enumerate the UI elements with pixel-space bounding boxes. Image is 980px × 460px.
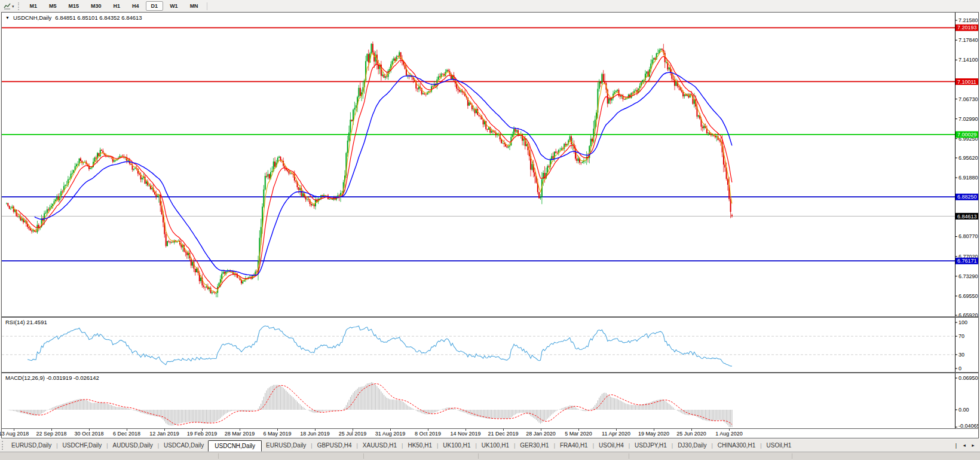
date-label: 25 Jun 2020 (675, 431, 708, 437)
tab-bar-grip[interactable] (2, 441, 4, 450)
macd-pane[interactable]: 0.0695060.00-0.040655 (2, 373, 978, 428)
price-chart[interactable]: 7.215807.178407.141007.067307.029906.992… (2, 13, 978, 316)
tab-usdcad-daily[interactable]: USDCAD,Daily (160, 440, 208, 450)
date-label: 19 Feb 2019 (185, 431, 219, 437)
svg-text:100: 100 (958, 319, 967, 325)
svg-text:7.02990: 7.02990 (958, 116, 978, 122)
tab-usoil-h1[interactable]: USOil,H1 (762, 440, 796, 450)
svg-text:7.00029: 7.00029 (957, 132, 977, 138)
chart-window: 7.215807.178407.141007.067307.029906.992… (1, 12, 979, 438)
macd-indicator-label: MACD(12,26,9) -0.031919 -0.026142 (5, 374, 99, 381)
timeframe-button-m5[interactable]: M5 (44, 1, 62, 11)
date-label: 5 Mar 2020 (562, 431, 595, 437)
timeframe-button-h4[interactable]: H4 (127, 1, 145, 11)
chart-tool-icon (3, 2, 11, 10)
svg-text:6.73290: 6.73290 (958, 273, 978, 279)
chart-tool-button[interactable]: ▾ (2, 1, 16, 11)
tab-gbpusd-h4[interactable]: GBPUSD,H4 (313, 440, 356, 450)
status-separator (363, 453, 364, 459)
tab-fra40-h1[interactable]: FRA40,H1 (556, 440, 592, 450)
timeframe-button-w1[interactable]: W1 (164, 1, 183, 11)
tab-scroll-right-button[interactable]: ► (971, 443, 975, 447)
chart-symbol-label: USDCNH,Daily (13, 14, 51, 21)
date-label: 31 Aug 2019 (373, 431, 407, 437)
chart-ohlc-values: 6.84851 6.85101 6.84352 6.84613 (55, 14, 142, 21)
tab-ger30-h1[interactable]: GER30,H1 (516, 440, 553, 450)
toolbar-separator (207, 2, 207, 10)
tab-eurusd-daily[interactable]: EURUSD,Daily (262, 440, 310, 450)
timeframe-button-h1[interactable]: H1 (108, 1, 126, 11)
svg-text:30: 30 (958, 352, 964, 358)
svg-text:6.69550: 6.69550 (958, 293, 978, 299)
tab-dj30-daily[interactable]: DJ30,Daily (673, 440, 710, 450)
date-label: 28 Mar 2019 (223, 431, 256, 437)
date-label: 14 Nov 2019 (449, 431, 482, 437)
chart-title: ▼ USDCNH,Daily 6.84851 6.85101 6.84352 6… (5, 14, 142, 21)
tab-china300-h1[interactable]: CHINA300,H1 (713, 440, 760, 450)
timeframe-button-mn[interactable]: MN (185, 1, 204, 11)
date-label: 19 May 2020 (637, 431, 670, 437)
svg-text:6.80770: 6.80770 (958, 233, 978, 239)
svg-text:70: 70 (958, 333, 964, 339)
svg-text:7.06730: 7.06730 (958, 96, 978, 102)
date-label: 1 Aug 2020 (712, 431, 746, 437)
svg-text:6.88250: 6.88250 (957, 194, 977, 200)
svg-text:7.14100: 7.14100 (958, 57, 978, 63)
status-separator (218, 453, 219, 459)
tab-hk50-h1[interactable]: HK50,H1 (403, 440, 436, 450)
timeframe-button-m1[interactable]: M1 (24, 1, 43, 11)
status-separator (792, 453, 792, 459)
tab-scroll-left-button[interactable]: ◄ (962, 443, 966, 447)
tab-uk100-h1[interactable]: UK100,H1 (477, 440, 513, 450)
date-label: 30 Oct 2018 (72, 431, 106, 437)
date-label: 8 Oct 2019 (411, 431, 445, 437)
tab-uk100-h1[interactable]: UK100,H1 (439, 440, 474, 450)
date-label: 21 Dec 2019 (486, 431, 520, 437)
date-label: 25 Jul 2019 (336, 431, 369, 437)
svg-text:6.91880: 6.91880 (958, 175, 978, 181)
rsi-indicator-label: RSI(14) 21.4591 (5, 319, 47, 325)
svg-text:0.00: 0.00 (958, 407, 969, 413)
tab-eurusd-daily[interactable]: EURUSD,Daily (7, 440, 56, 450)
date-label: 11 Apr 2020 (599, 431, 633, 437)
svg-text:0.069506: 0.069506 (958, 375, 978, 381)
date-label: 13 Aug 2018 (0, 431, 30, 437)
svg-text:-0.040655: -0.040655 (958, 423, 978, 428)
date-label: 18 Jun 2019 (298, 431, 332, 437)
timeframe-button-m15[interactable]: M15 (63, 1, 85, 11)
tab-audusd-daily[interactable]: AUDUSD,Daily (108, 440, 157, 450)
status-separator (629, 453, 629, 459)
timeframe-buttons: M1M5M15M30H1H4D1W1MN (24, 1, 204, 11)
svg-text:6.76171: 6.76171 (957, 258, 977, 264)
svg-text:0: 0 (958, 365, 961, 371)
collapse-triangle-icon[interactable]: ▼ (5, 16, 10, 20)
tab-usdjpy-h1[interactable]: USDJPY,H1 (630, 440, 671, 450)
svg-text:6.95620: 6.95620 (958, 155, 978, 161)
status-bar (0, 452, 980, 460)
toolbar-grip[interactable] (18, 2, 20, 10)
tab-usdchf-daily[interactable]: USDCHF,Daily (59, 440, 106, 450)
date-label: 22 Sep 2018 (35, 431, 68, 437)
tab-usoil-h4[interactable]: USOil,H4 (595, 440, 628, 450)
time-axis[interactable]: 13 Aug 201822 Sep 201830 Oct 20186 Dec 2… (2, 428, 978, 438)
tab-separator: | (955, 443, 957, 449)
svg-text:7.10011: 7.10011 (957, 79, 976, 85)
rsi-pane[interactable]: 10070300 (2, 318, 978, 372)
svg-text:7.20193: 7.20193 (957, 25, 977, 31)
svg-text:7.21580: 7.21580 (958, 17, 978, 23)
svg-text:7.17840: 7.17840 (958, 37, 978, 43)
symbol-tab-bar: EURUSD,Daily|USDCHF,Daily|AUDUSD,Daily|U… (0, 438, 980, 452)
chevron-down-icon[interactable]: ▾ (12, 4, 14, 8)
date-label: 6 May 2019 (261, 431, 294, 437)
tab-xauusd-h1[interactable]: XAUUSD,H1 (359, 440, 401, 450)
timeframe-button-d1[interactable]: D1 (146, 1, 164, 11)
toolbar: ▾ M1M5M15M30H1H4D1W1MN (0, 0, 980, 12)
date-label: 6 Dec 2018 (110, 431, 143, 437)
date-label: 12 Jan 2019 (148, 431, 181, 437)
tab-usdcnh-daily[interactable]: USDCNH,Daily (208, 440, 262, 452)
status-separator (478, 453, 479, 459)
date-label: 28 Jan 2020 (524, 431, 558, 437)
symbol-tabs: EURUSD,Daily|USDCHF,Daily|AUDUSD,Daily|U… (7, 440, 795, 451)
timeframe-button-m30[interactable]: M30 (85, 1, 107, 11)
svg-text:6.65920: 6.65920 (958, 312, 978, 316)
